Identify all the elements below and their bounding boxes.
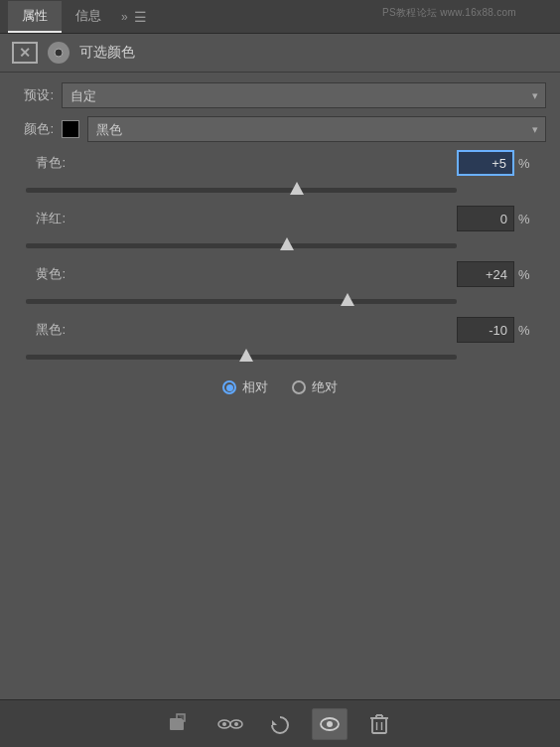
black-thumb-wrapper [239,349,253,362]
magenta-slider-group: 洋红: % [14,206,546,251]
radio-relative-circle [222,380,236,394]
tab-bar: 属性 信息 » ☰ PS教程论坛 www.16x88.com [0,0,560,34]
yellow-input-row: 黄色: % [26,261,534,287]
preset-row: 预设: 自定 ▾ [14,82,546,108]
tab-properties[interactable]: 属性 [8,1,62,33]
black-thumb[interactable] [239,349,253,362]
adjustment-x-icon: ✕ [12,42,38,64]
color-row: 颜色: 黑色 ▾ [14,116,546,142]
cyan-input-row: 青色: % [26,150,534,176]
cyan-thumb-wrapper [290,182,304,195]
black-slider-track-row [26,343,534,363]
black-label: 黑色: [26,321,66,339]
preset-select-wrapper: 自定 ▾ [62,82,546,108]
panel-header: ✕ 可选颜色 [0,34,560,73]
yellow-slider-group: 黄色: % [14,261,546,307]
content-area: 预设: 自定 ▾ 颜色: 黑色 ▾ 青色: [0,73,560,416]
yellow-input[interactable] [457,261,514,287]
magenta-slider-track-row [26,231,534,251]
magenta-unit: % [518,212,534,226]
history-icon [268,713,292,735]
clip-button[interactable] [163,708,199,740]
radio-absolute[interactable]: 绝对 [292,378,338,396]
magenta-label: 洋红: [26,210,66,227]
visibility-button[interactable] [212,708,248,740]
magenta-track[interactable] [26,243,457,248]
color-swatch[interactable] [62,120,79,138]
yellow-slider-track-row [26,287,534,307]
tab-controls: » ☰ [115,9,147,25]
svg-marker-8 [272,720,277,725]
cyan-thumb[interactable] [290,182,304,195]
magenta-thumb[interactable] [280,237,294,250]
delete-button[interactable] [361,708,397,740]
preset-label: 预设: [14,86,54,104]
svg-point-7 [234,722,238,726]
svg-point-0 [55,49,63,57]
preset-select[interactable]: 自定 [62,82,546,108]
color-label: 颜色: [14,120,54,138]
yellow-unit: % [518,267,534,282]
cyan-label: 青色: [26,154,66,172]
panel-main: 预设: 自定 ▾ 颜色: 黑色 ▾ 青色: [0,73,560,476]
method-radio-group: 相对 绝对 [14,378,546,396]
yellow-track[interactable] [26,299,457,304]
eye-pair-icon [216,713,244,735]
svg-rect-11 [372,718,386,733]
black-input[interactable] [457,317,514,343]
tab-info[interactable]: 信息 [62,1,115,33]
magenta-input[interactable] [457,206,514,231]
menu-icon[interactable]: ☰ [134,9,147,25]
cyan-track[interactable] [26,188,457,193]
panel-title: 可选颜色 [79,44,135,62]
cyan-input[interactable] [457,150,514,176]
eye-icon [318,713,342,735]
black-slider-group: 黑色: % [14,317,546,363]
black-unit: % [518,323,534,338]
watermark: PS教程论坛 www.16x88.com [382,6,516,20]
color-select-wrapper: 黑色 ▾ [87,116,546,142]
clip-icon [169,713,193,735]
eye-button[interactable] [312,708,348,740]
radio-absolute-label: 绝对 [312,378,338,396]
bottom-toolbar [0,699,560,747]
yellow-label: 黄色: [26,265,66,283]
cyan-unit: % [518,156,534,171]
black-input-row: 黑色: % [26,317,534,343]
yellow-thumb-wrapper [341,293,354,306]
trash-icon [368,712,390,736]
color-select[interactable]: 黑色 [87,116,546,142]
cyan-slider-track-row [26,176,534,196]
magenta-thumb-wrapper [280,237,294,250]
radio-relative-label: 相对 [242,378,268,396]
yellow-thumb[interactable] [341,293,354,306]
magenta-input-row: 洋红: % [26,206,534,231]
adjustment-circle-icon [48,42,70,64]
history-button[interactable] [262,708,298,740]
cyan-slider-group: 青色: % [14,150,546,196]
svg-point-5 [222,722,226,726]
radio-absolute-circle [292,380,306,394]
radio-relative[interactable]: 相对 [222,378,268,396]
expand-icon[interactable]: » [121,10,128,24]
svg-point-10 [327,721,333,727]
